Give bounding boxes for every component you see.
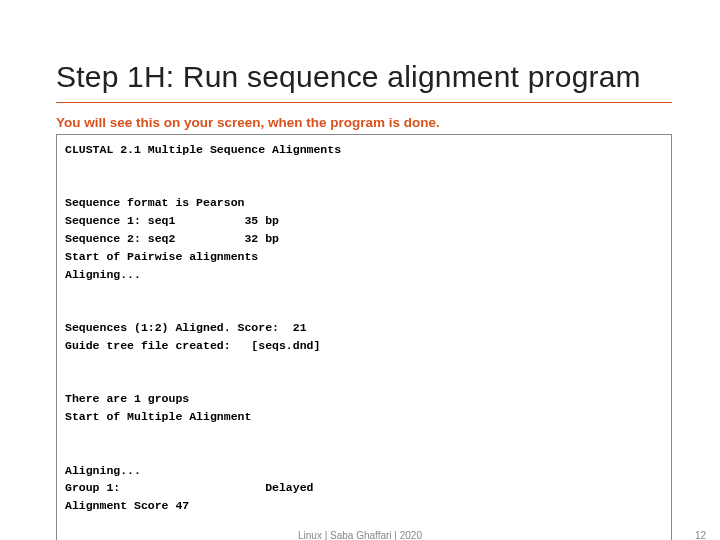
term-line: Group 1: Delayed: [65, 481, 313, 494]
slide-title: Step 1H: Run sequence alignment program: [56, 60, 672, 103]
term-line: Aligning...: [65, 464, 141, 477]
term-line: Aligning...: [65, 268, 141, 281]
term-line: Sequence format is Pearson: [65, 196, 244, 209]
term-line: Start of Pairwise alignments: [65, 250, 258, 263]
term-line: There are 1 groups: [65, 392, 189, 405]
term-line: Start of Multiple Alignment: [65, 410, 251, 423]
slide: Step 1H: Run sequence alignment program …: [0, 0, 720, 540]
page-number: 12: [695, 530, 706, 540]
term-line: Alignment Score 47: [65, 499, 189, 512]
slide-subtitle: You will see this on your screen, when t…: [56, 115, 672, 130]
term-line: Guide tree file created: [seqs.dnd]: [65, 339, 320, 352]
term-line: Sequence 2: seq2 32 bp: [65, 232, 279, 245]
term-line: CLUSTAL 2.1 Multiple Sequence Alignments: [65, 143, 341, 156]
term-line: Sequences (1:2) Aligned. Score: 21: [65, 321, 307, 334]
terminal-output: CLUSTAL 2.1 Multiple Sequence Alignments…: [56, 134, 672, 540]
footer-credit: Linux | Saba Ghaffari | 2020: [298, 530, 422, 540]
term-line: Sequence 1: seq1 35 bp: [65, 214, 279, 227]
